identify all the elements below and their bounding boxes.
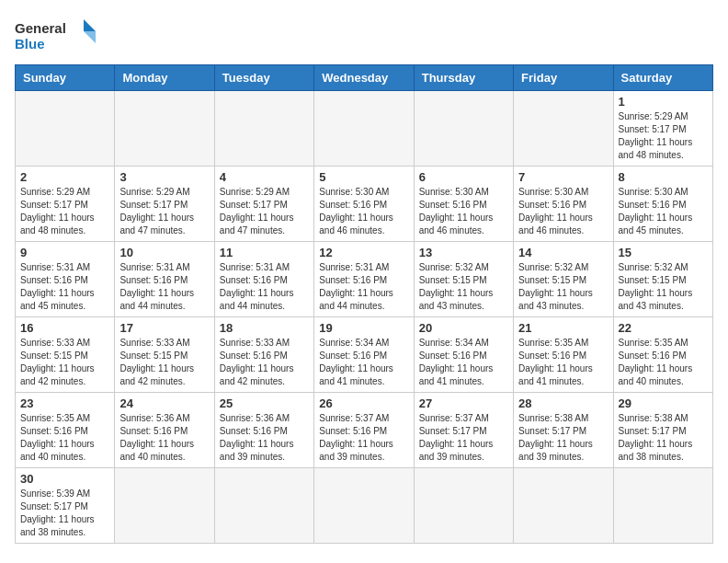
calendar-cell: 24Sunrise: 5:36 AM Sunset: 5:16 PM Dayli… <box>115 393 214 468</box>
day-number: 20 <box>419 321 508 335</box>
calendar-cell: 4Sunrise: 5:29 AM Sunset: 5:17 PM Daylig… <box>214 167 313 242</box>
day-info: Sunrise: 5:30 AM Sunset: 5:16 PM Dayligh… <box>419 186 508 237</box>
day-info: Sunrise: 5:35 AM Sunset: 5:16 PM Dayligh… <box>20 412 109 464</box>
day-info: Sunrise: 5:35 AM Sunset: 5:16 PM Dayligh… <box>619 337 708 388</box>
calendar-cell: 21Sunrise: 5:35 AM Sunset: 5:16 PM Dayli… <box>514 317 613 393</box>
calendar-cell <box>414 468 513 544</box>
day-number: 6 <box>419 170 508 184</box>
calendar-cell: 9Sunrise: 5:31 AM Sunset: 5:16 PM Daylig… <box>16 242 115 317</box>
svg-marker-2 <box>84 19 96 31</box>
day-number: 16 <box>20 321 109 335</box>
calendar-cell: 18Sunrise: 5:33 AM Sunset: 5:16 PM Dayli… <box>214 317 313 393</box>
day-number: 7 <box>518 170 608 184</box>
day-info: Sunrise: 5:32 AM Sunset: 5:15 PM Dayligh… <box>518 261 608 313</box>
day-info: Sunrise: 5:39 AM Sunset: 5:17 PM Dayligh… <box>20 488 109 539</box>
day-info: Sunrise: 5:34 AM Sunset: 5:16 PM Dayligh… <box>319 337 408 388</box>
day-info: Sunrise: 5:30 AM Sunset: 5:16 PM Dayligh… <box>518 186 608 237</box>
calendar-cell: 28Sunrise: 5:38 AM Sunset: 5:17 PM Dayli… <box>514 393 613 468</box>
calendar-cell <box>115 91 214 167</box>
header-friday: Friday <box>514 65 613 91</box>
logo: General Blue <box>15 15 97 55</box>
calendar-cell <box>514 468 613 544</box>
day-number: 9 <box>20 246 109 259</box>
header-wednesday: Wednesday <box>314 65 414 91</box>
calendar-cell: 13Sunrise: 5:32 AM Sunset: 5:15 PM Dayli… <box>414 242 513 317</box>
day-number: 21 <box>518 321 608 335</box>
svg-marker-3 <box>84 31 96 43</box>
calendar-cell <box>214 91 313 167</box>
day-info: Sunrise: 5:38 AM Sunset: 5:17 PM Dayligh… <box>619 412 708 464</box>
day-number: 25 <box>220 396 309 410</box>
day-number: 26 <box>319 396 408 410</box>
day-number: 1 <box>619 95 708 109</box>
calendar-cell: 11Sunrise: 5:31 AM Sunset: 5:16 PM Dayli… <box>214 242 313 317</box>
calendar-cell: 27Sunrise: 5:37 AM Sunset: 5:17 PM Dayli… <box>414 393 513 468</box>
calendar-cell: 26Sunrise: 5:37 AM Sunset: 5:16 PM Dayli… <box>314 393 414 468</box>
day-info: Sunrise: 5:34 AM Sunset: 5:16 PM Dayligh… <box>419 337 508 388</box>
day-info: Sunrise: 5:33 AM Sunset: 5:16 PM Dayligh… <box>220 337 309 388</box>
day-info: Sunrise: 5:31 AM Sunset: 5:16 PM Dayligh… <box>20 261 109 313</box>
day-info: Sunrise: 5:33 AM Sunset: 5:15 PM Dayligh… <box>20 337 109 388</box>
calendar-cell: 22Sunrise: 5:35 AM Sunset: 5:16 PM Dayli… <box>613 317 712 393</box>
day-info: Sunrise: 5:37 AM Sunset: 5:16 PM Dayligh… <box>319 412 408 464</box>
day-info: Sunrise: 5:33 AM Sunset: 5:15 PM Dayligh… <box>119 337 209 388</box>
calendar-cell <box>16 91 115 167</box>
calendar-cell: 15Sunrise: 5:32 AM Sunset: 5:15 PM Dayli… <box>613 242 712 317</box>
day-number: 18 <box>220 321 309 335</box>
calendar-cell: 29Sunrise: 5:38 AM Sunset: 5:17 PM Dayli… <box>613 393 712 468</box>
day-info: Sunrise: 5:32 AM Sunset: 5:15 PM Dayligh… <box>619 261 708 313</box>
calendar-cell: 23Sunrise: 5:35 AM Sunset: 5:16 PM Dayli… <box>16 393 115 468</box>
day-info: Sunrise: 5:31 AM Sunset: 5:16 PM Dayligh… <box>119 261 209 313</box>
day-number: 22 <box>619 321 708 335</box>
svg-text:Blue: Blue <box>15 36 45 52</box>
calendar-cell: 30Sunrise: 5:39 AM Sunset: 5:17 PM Dayli… <box>16 468 115 544</box>
day-info: Sunrise: 5:37 AM Sunset: 5:17 PM Dayligh… <box>419 412 508 464</box>
calendar-cell: 19Sunrise: 5:34 AM Sunset: 5:16 PM Dayli… <box>314 317 414 393</box>
calendar-cell: 20Sunrise: 5:34 AM Sunset: 5:16 PM Dayli… <box>414 317 513 393</box>
day-number: 29 <box>619 396 708 410</box>
calendar-cell <box>613 468 712 544</box>
calendar-cell: 14Sunrise: 5:32 AM Sunset: 5:15 PM Dayli… <box>514 242 613 317</box>
day-number: 5 <box>319 170 408 184</box>
day-info: Sunrise: 5:32 AM Sunset: 5:15 PM Dayligh… <box>419 261 508 313</box>
header-monday: Monday <box>115 65 214 91</box>
week-row-2: 2Sunrise: 5:29 AM Sunset: 5:17 PM Daylig… <box>16 167 713 242</box>
day-number: 8 <box>619 170 708 184</box>
day-info: Sunrise: 5:36 AM Sunset: 5:16 PM Dayligh… <box>119 412 209 464</box>
calendar-cell: 1Sunrise: 5:29 AM Sunset: 5:17 PM Daylig… <box>613 91 712 167</box>
calendar-table: SundayMondayTuesdayWednesdayThursdayFrid… <box>15 64 713 544</box>
day-info: Sunrise: 5:29 AM Sunset: 5:17 PM Dayligh… <box>20 186 109 237</box>
day-number: 2 <box>20 170 109 184</box>
day-info: Sunrise: 5:36 AM Sunset: 5:16 PM Dayligh… <box>220 412 309 464</box>
day-number: 15 <box>619 246 708 259</box>
calendar-cell <box>314 91 414 167</box>
day-number: 23 <box>20 396 109 410</box>
week-row-3: 9Sunrise: 5:31 AM Sunset: 5:16 PM Daylig… <box>16 242 713 317</box>
day-number: 4 <box>220 170 309 184</box>
page-header: General Blue <box>15 15 713 55</box>
day-number: 28 <box>518 396 608 410</box>
calendar-cell <box>115 468 214 544</box>
day-number: 30 <box>20 472 109 486</box>
calendar-cell: 17Sunrise: 5:33 AM Sunset: 5:15 PM Dayli… <box>115 317 214 393</box>
header-thursday: Thursday <box>414 65 513 91</box>
header-tuesday: Tuesday <box>214 65 313 91</box>
week-row-5: 23Sunrise: 5:35 AM Sunset: 5:16 PM Dayli… <box>16 393 713 468</box>
calendar-cell: 5Sunrise: 5:30 AM Sunset: 5:16 PM Daylig… <box>314 167 414 242</box>
day-info: Sunrise: 5:29 AM Sunset: 5:17 PM Dayligh… <box>220 186 309 237</box>
svg-text:General: General <box>15 20 66 36</box>
calendar-cell <box>514 91 613 167</box>
day-number: 27 <box>419 396 508 410</box>
calendar-cell: 12Sunrise: 5:31 AM Sunset: 5:16 PM Dayli… <box>314 242 414 317</box>
day-info: Sunrise: 5:31 AM Sunset: 5:16 PM Dayligh… <box>319 261 408 313</box>
generalblue-logo-icon: General Blue <box>15 15 97 55</box>
week-row-6: 30Sunrise: 5:39 AM Sunset: 5:17 PM Dayli… <box>16 468 713 544</box>
calendar-cell: 3Sunrise: 5:29 AM Sunset: 5:17 PM Daylig… <box>115 167 214 242</box>
calendar-cell: 2Sunrise: 5:29 AM Sunset: 5:17 PM Daylig… <box>16 167 115 242</box>
calendar-cell: 10Sunrise: 5:31 AM Sunset: 5:16 PM Dayli… <box>115 242 214 317</box>
week-row-1: 1Sunrise: 5:29 AM Sunset: 5:17 PM Daylig… <box>16 91 713 167</box>
day-info: Sunrise: 5:29 AM Sunset: 5:17 PM Dayligh… <box>119 186 209 237</box>
day-info: Sunrise: 5:30 AM Sunset: 5:16 PM Dayligh… <box>619 186 708 237</box>
day-info: Sunrise: 5:38 AM Sunset: 5:17 PM Dayligh… <box>518 412 608 464</box>
calendar-cell: 8Sunrise: 5:30 AM Sunset: 5:16 PM Daylig… <box>613 167 712 242</box>
